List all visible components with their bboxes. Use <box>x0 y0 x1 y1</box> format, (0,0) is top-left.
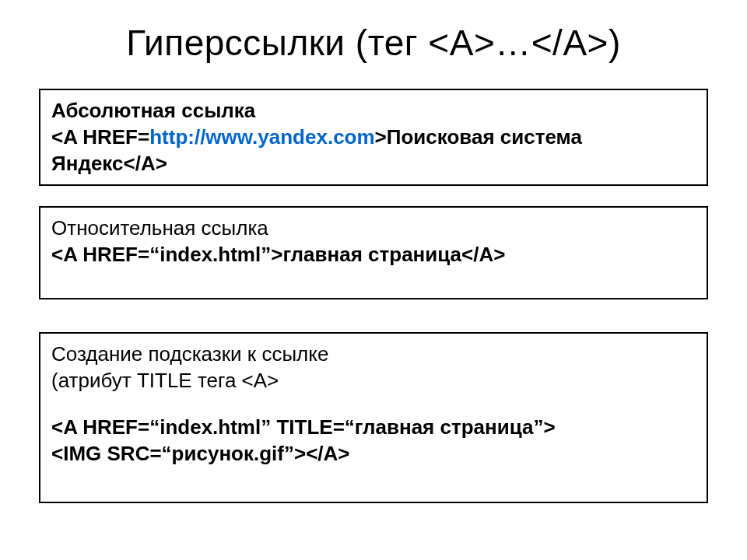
box1-code: <A HREF=http://www.yandex.com>Поисковая … <box>51 124 696 177</box>
box3-line2: (атрибут TITLE тега <A> <box>51 368 696 394</box>
box-title-attribute: Создание подсказки к ссылке (атрибут TIT… <box>39 332 708 503</box>
box-absolute-link: Абсолютная ссылка <A HREF=http://www.yan… <box>39 89 708 186</box>
box3-line1: Создание подсказки к ссылке <box>51 341 696 368</box>
box1-code-before: <A HREF= <box>51 125 149 149</box>
spacer <box>51 394 696 415</box>
box2-heading: Относительная ссылка <box>51 215 696 242</box>
box2-code: <A HREF=“index.html”>главная страница</A… <box>51 242 696 268</box>
box3-code1: <A HREF=“index.html” TITLE=“главная стра… <box>51 415 696 441</box>
box1-heading: Абсолютная ссылка <box>51 98 696 124</box>
box-relative-link: Относительная ссылка <A HREF=“index.html… <box>39 206 708 299</box>
slide: Гиперссылки (тег <A>…</A>) Абсолютная сс… <box>0 0 747 560</box>
slide-title: Гиперссылки (тег <A>…</A>) <box>39 22 708 64</box>
box1-code-url: http://www.yandex.com <box>149 125 374 149</box>
box3-code2: <IMG SRC=“рисунок.gif”></A> <box>51 441 696 467</box>
